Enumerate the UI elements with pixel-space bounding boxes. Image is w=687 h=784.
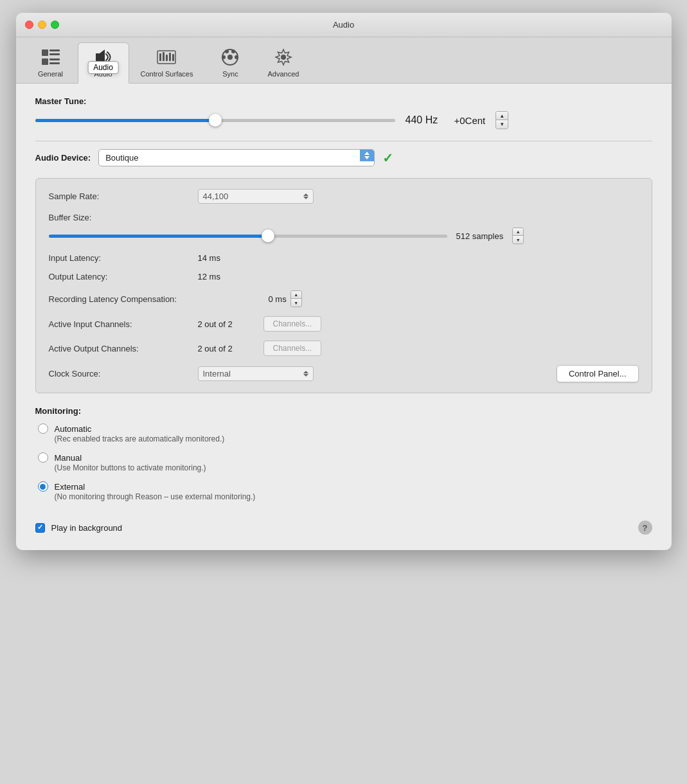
svg-point-14 xyxy=(228,55,233,60)
help-button[interactable]: ? xyxy=(638,521,652,535)
minimize-button[interactable] xyxy=(38,21,46,29)
radio-manual-desc: (Use Monitor buttons to activate monitor… xyxy=(38,463,652,472)
stepper-up[interactable]: ▲ xyxy=(496,112,508,120)
active-output-label: Active Output Channels: xyxy=(49,344,190,353)
radio-external-button[interactable] xyxy=(38,481,48,492)
svg-rect-11 xyxy=(169,53,171,61)
recording-latency-row: Recording Latency Compensation: 0 ms ▲ ▼ xyxy=(49,290,639,307)
play-bg-checkbox[interactable]: ✓ xyxy=(35,523,45,533)
svg-rect-6 xyxy=(96,53,100,61)
active-input-row: Active Input Channels: 2 out of 2 Channe… xyxy=(49,316,639,332)
tab-sync[interactable]: Sync xyxy=(204,43,256,83)
recording-latency-controls: 0 ms ▲ ▼ xyxy=(269,290,302,307)
monitoring-radio-group: Automatic (Rec enabled tracks are automa… xyxy=(35,423,652,508)
control-surfaces-icon xyxy=(156,47,177,67)
master-tune-label: Master Tune: xyxy=(35,96,652,106)
slider-thumb[interactable] xyxy=(209,114,222,127)
audio-device-value: Boutique xyxy=(99,150,360,166)
radio-automatic-button[interactable] xyxy=(38,423,48,434)
radio-automatic-main: Automatic xyxy=(38,423,652,434)
buffer-size-slider[interactable] xyxy=(49,235,447,238)
svg-point-16 xyxy=(235,55,238,59)
general-icon xyxy=(40,47,61,67)
clock-source-row: Clock Source: Internal Control Panel... xyxy=(49,365,639,382)
tab-general[interactable]: General xyxy=(25,43,76,83)
input-latency-label: Input Latency: xyxy=(49,253,190,263)
tab-sync-label: Sync xyxy=(222,70,238,78)
tab-control-surfaces[interactable]: Control Surfaces xyxy=(130,43,204,83)
monitoring-section: Monitoring: Automatic (Rec enabled track… xyxy=(35,406,652,508)
master-tune-section: Master Tune: 440 Hz +0Cent ▲ ▼ xyxy=(35,96,652,129)
master-tune-controls: 440 Hz +0Cent ▲ ▼ xyxy=(35,111,652,129)
output-latency-label: Output Latency: xyxy=(49,272,190,281)
stepper-down[interactable]: ▼ xyxy=(496,120,508,129)
arrow-up-icon xyxy=(364,152,370,155)
svg-rect-1 xyxy=(42,58,48,65)
clock-source-left: Clock Source: Internal xyxy=(49,366,314,381)
clock-source-value: Internal xyxy=(203,369,231,379)
sample-rate-label: Sample Rate: xyxy=(49,192,190,201)
radio-automatic-desc: (Rec enabled tracks are automatically mo… xyxy=(38,434,652,443)
radio-automatic-label: Automatic xyxy=(55,424,92,434)
audio-device-row: Audio Device: Boutique ✓ xyxy=(35,149,652,166)
sample-rate-row: Sample Rate: 44,100 xyxy=(49,189,639,204)
cs-arrow-down xyxy=(303,374,308,377)
buffer-size-section: Buffer Size: 512 samples ▲ ▼ xyxy=(49,213,639,244)
input-channels-button[interactable]: Channels... xyxy=(263,316,322,332)
recording-latency-label: Recording Latency Compensation: xyxy=(49,294,261,304)
rl-stepper-up[interactable]: ▲ xyxy=(291,291,301,299)
radio-external: External (No monitoring through Reason –… xyxy=(38,481,652,501)
control-panel-button[interactable]: Control Panel... xyxy=(557,365,639,382)
svg-rect-10 xyxy=(166,55,168,61)
buffer-slider-fill xyxy=(49,235,268,238)
svg-point-17 xyxy=(225,49,229,53)
audio-device-dropdown[interactable]: Boutique xyxy=(98,149,375,166)
tab-advanced[interactable]: Advanced xyxy=(257,43,309,83)
radio-dot xyxy=(40,484,46,490)
slider-track xyxy=(35,119,395,122)
monitoring-label: Monitoring: xyxy=(35,406,652,416)
radio-external-desc: (No monitoring through Reason – use exte… xyxy=(38,492,652,501)
input-latency-value: 14 ms xyxy=(198,253,639,263)
advanced-icon xyxy=(273,47,294,67)
svg-rect-5 xyxy=(49,62,60,64)
svg-point-18 xyxy=(231,49,235,53)
play-in-background-row: ✓ Play in background ? xyxy=(35,521,652,535)
radio-manual-button[interactable] xyxy=(38,452,48,463)
buffer-slider-thumb[interactable] xyxy=(262,229,274,242)
active-output-row: Active Output Channels: 2 out of 2 Chann… xyxy=(49,341,639,356)
buffer-stepper-down[interactable]: ▼ xyxy=(513,236,523,244)
buffer-size-stepper[interactable]: ▲ ▼ xyxy=(512,227,524,244)
recording-latency-value: 0 ms xyxy=(269,294,287,304)
cs-arrow-up xyxy=(303,371,308,373)
svg-point-19 xyxy=(281,55,286,60)
tab-audio[interactable]: Audio Audio xyxy=(78,42,129,84)
svg-rect-4 xyxy=(49,58,60,60)
recording-latency-stepper[interactable]: ▲ ▼ xyxy=(290,290,302,307)
close-button[interactable] xyxy=(25,21,33,29)
window-title: Audio xyxy=(333,20,354,30)
clock-source-dropdown[interactable]: Internal xyxy=(198,366,314,381)
radio-manual-label: Manual xyxy=(55,453,82,463)
divider-1 xyxy=(35,141,652,141)
active-input-count: 2 out of 2 xyxy=(198,319,256,329)
tab-control-surfaces-label: Control Surfaces xyxy=(141,70,193,78)
device-check-icon: ✓ xyxy=(382,150,393,166)
maximize-button[interactable] xyxy=(51,21,59,29)
svg-rect-8 xyxy=(159,53,161,61)
buffer-size-value: 512 samples xyxy=(456,231,504,241)
sample-rate-dropdown[interactable]: 44,100 xyxy=(198,189,314,204)
master-tune-slider[interactable] xyxy=(35,119,395,122)
rl-stepper-down[interactable]: ▼ xyxy=(291,299,301,307)
sr-arrow-up xyxy=(303,193,308,196)
output-channels-button[interactable]: Channels... xyxy=(263,341,322,356)
svg-rect-3 xyxy=(49,53,60,55)
buffer-stepper-up[interactable]: ▲ xyxy=(513,228,523,236)
dropdown-arrows xyxy=(360,150,374,161)
buffer-slider-track xyxy=(49,235,447,238)
master-tune-stepper[interactable]: ▲ ▼ xyxy=(495,111,508,129)
tab-advanced-label: Advanced xyxy=(267,70,299,78)
device-settings-box: Sample Rate: 44,100 Buffer Size: xyxy=(35,178,652,393)
play-bg-checkbox-row: ✓ Play in background xyxy=(35,523,123,533)
content-area: Master Tune: 440 Hz +0Cent ▲ ▼ Audio D xyxy=(16,84,672,550)
